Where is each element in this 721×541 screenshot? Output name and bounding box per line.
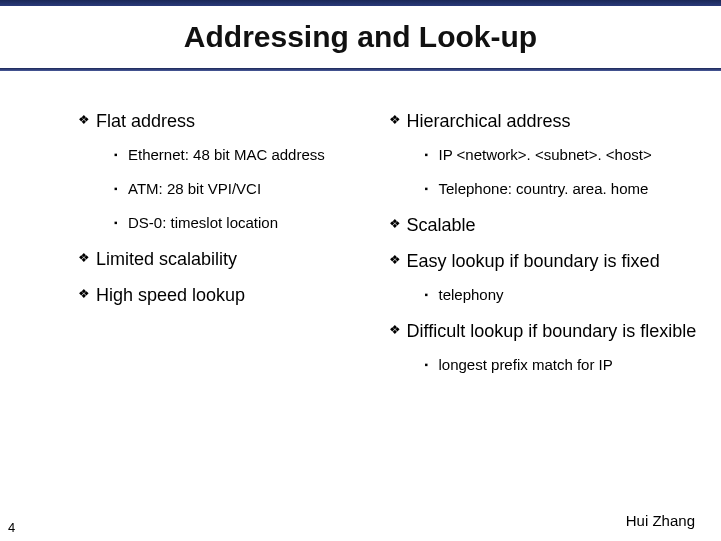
subbullet-telephony: ▪ telephony	[425, 286, 712, 304]
subbullet-text: DS-0: timeslot location	[128, 214, 278, 232]
subbullet-longest-prefix: ▪ longest prefix match for IP	[425, 356, 712, 374]
bullet-text: Scalable	[407, 214, 476, 236]
diamond-icon: ❖	[78, 110, 96, 130]
subbullet-ip: ▪ IP <network>. <subnet>. <host>	[425, 146, 712, 164]
subbullet-text: longest prefix match for IP	[439, 356, 613, 374]
subbullet-text: telephony	[439, 286, 504, 304]
subbullet-text: IP <network>. <subnet>. <host>	[439, 146, 652, 164]
square-icon: ▪	[114, 146, 128, 163]
square-icon: ▪	[114, 214, 128, 231]
bullet-text: Easy lookup if boundary is fixed	[407, 250, 660, 272]
diamond-icon: ❖	[78, 248, 96, 268]
subbullet-atm: ▪ ATM: 28 bit VPI/VCI	[114, 180, 351, 198]
slide: Addressing and Look-up ❖ Flat address ▪ …	[0, 0, 721, 541]
bullet-difficult-lookup: ❖ Difficult lookup if boundary is flexib…	[389, 320, 712, 342]
bullet-text: Limited scalability	[96, 248, 237, 270]
page-number: 4	[8, 520, 15, 535]
subbullet-telephone: ▪ Telephone: country. area. home	[425, 180, 712, 198]
square-icon: ▪	[425, 146, 439, 163]
bullet-text: Flat address	[96, 110, 195, 132]
content-area: ❖ Flat address ▪ Ethernet: 48 bit MAC ad…	[0, 110, 721, 490]
subbullet-text: Ethernet: 48 bit MAC address	[128, 146, 325, 164]
square-icon: ▪	[114, 180, 128, 197]
square-icon: ▪	[425, 356, 439, 373]
footer-author: Hui Zhang	[626, 512, 695, 529]
diamond-icon: ❖	[389, 320, 407, 340]
subbullet-ethernet: ▪ Ethernet: 48 bit MAC address	[114, 146, 351, 164]
diamond-icon: ❖	[389, 250, 407, 270]
subbullet-ds0: ▪ DS-0: timeslot location	[114, 214, 351, 232]
square-icon: ▪	[425, 180, 439, 197]
bullet-text: Difficult lookup if boundary is flexible	[407, 320, 697, 342]
bullet-scalable: ❖ Scalable	[389, 214, 712, 236]
title-underline	[0, 68, 721, 71]
bullet-high-speed-lookup: ❖ High speed lookup	[78, 284, 351, 306]
bullet-limited-scalability: ❖ Limited scalability	[78, 248, 351, 270]
diamond-icon: ❖	[389, 110, 407, 130]
slide-title: Addressing and Look-up	[0, 20, 721, 54]
bullet-text: High speed lookup	[96, 284, 245, 306]
square-icon: ▪	[425, 286, 439, 303]
bullet-text: Hierarchical address	[407, 110, 571, 132]
title-band: Addressing and Look-up	[0, 0, 721, 86]
right-column: ❖ Hierarchical address ▪ IP <network>. <…	[361, 110, 722, 490]
diamond-icon: ❖	[78, 284, 96, 304]
subbullet-text: Telephone: country. area. home	[439, 180, 649, 198]
bullet-flat-address: ❖ Flat address	[78, 110, 351, 132]
left-column: ❖ Flat address ▪ Ethernet: 48 bit MAC ad…	[0, 110, 361, 490]
bullet-easy-lookup: ❖ Easy lookup if boundary is fixed	[389, 250, 712, 272]
bullet-hierarchical-address: ❖ Hierarchical address	[389, 110, 712, 132]
diamond-icon: ❖	[389, 214, 407, 234]
subbullet-text: ATM: 28 bit VPI/VCI	[128, 180, 261, 198]
